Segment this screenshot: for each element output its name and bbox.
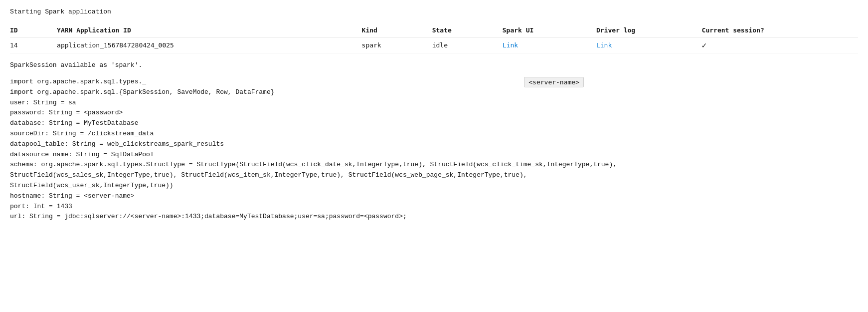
table-row: 14 application_1567847280424_0025 spark … (10, 37, 858, 53)
cell-driver-log[interactable]: Link (596, 37, 702, 53)
header-driver-log: Driver log (596, 23, 702, 37)
header-spark-ui: Spark UI (503, 23, 596, 37)
header-state: State (432, 23, 503, 37)
cell-kind: spark (362, 37, 432, 53)
cell-id: 14 (10, 37, 57, 53)
table-header-row: ID YARN Application ID Kind State Spark … (10, 23, 858, 37)
cell-current-session: ✓ (702, 37, 858, 53)
header-current-session: Current session? (702, 23, 858, 37)
cell-yarn-app-id: application_1567847280424_0025 (57, 37, 362, 53)
cell-spark-ui[interactable]: Link (503, 37, 596, 53)
code-block: import org.apache.spark.sql.types._ impo… (10, 77, 858, 222)
spark-session-line: SparkSession available as 'spark'. (10, 61, 858, 69)
header-id: ID (10, 23, 57, 37)
current-session-checkmark: ✓ (702, 40, 707, 50)
session-table: ID YARN Application ID Kind State Spark … (10, 23, 858, 53)
output-container: Starting Spark application ID YARN Appli… (0, 0, 868, 230)
starting-line: Starting Spark application (10, 8, 858, 15)
spark-ui-link[interactable]: Link (503, 41, 518, 49)
driver-log-link[interactable]: Link (596, 41, 612, 49)
cell-state: idle (432, 37, 503, 53)
header-yarn-app-id: YARN Application ID (57, 23, 362, 37)
code-section: import org.apache.spark.sql.types._ impo… (10, 77, 858, 222)
server-name-tooltip: <server-name> (524, 77, 584, 87)
header-kind: Kind (362, 23, 432, 37)
